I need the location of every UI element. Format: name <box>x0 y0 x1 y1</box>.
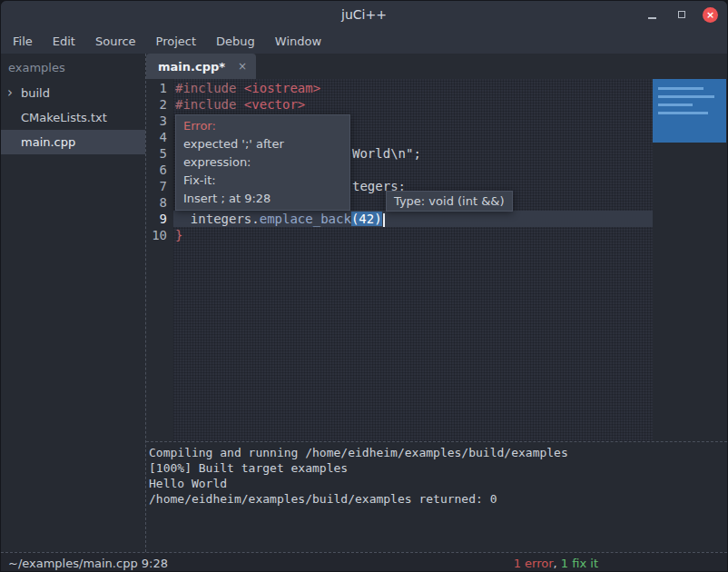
status-bar: ~/examples/main.cpp 9:28 1 error, 1 fix … <box>1 552 727 572</box>
output-line: [100%] Built target examples <box>149 460 727 476</box>
line-number: 2 <box>146 96 173 113</box>
code-line-2[interactable]: #include <vector> <box>173 96 653 113</box>
menu-bar: FileEditSourceProjectDebugWindow <box>1 28 727 54</box>
minimize-icon <box>648 17 656 19</box>
menu-source[interactable]: Source <box>85 31 146 52</box>
diagnostic-error-title: Error: <box>183 117 342 135</box>
main-panel: main.cpp* × 12345678910 #include <iostre… <box>146 54 727 552</box>
code-segment: integers. <box>175 212 260 226</box>
type-tooltip: Type: void (int &&) <box>386 191 513 212</box>
tab-main-cpp[interactable]: main.cpp* × <box>146 54 256 79</box>
app-window: juCi++ × FileEditSourceProjectDebugWindo… <box>0 0 728 572</box>
line-number: 9 <box>146 211 173 227</box>
window-title: juCi++ <box>341 7 387 22</box>
tree-item-label: build <box>21 86 50 100</box>
menu-file[interactable]: File <box>3 31 43 52</box>
content-area: examples ›buildCMakeLists.txtmain.cpp ma… <box>1 54 727 552</box>
status-error-count: 1 error <box>514 557 554 570</box>
code-segment: <vector> <box>244 97 305 112</box>
line-number: 4 <box>146 129 173 145</box>
tab-label: main.cpp* <box>158 60 225 74</box>
line-number: 1 <box>146 80 173 96</box>
output-line: Compiling and running /home/eidheim/exam… <box>149 445 727 460</box>
text-cursor <box>383 213 385 227</box>
minimap-code-line <box>658 95 714 98</box>
editor[interactable]: 12345678910 #include <iostream>#include … <box>146 79 727 441</box>
editor-right-margin <box>653 79 727 441</box>
status-fixit-count: 1 fix it <box>561 557 598 570</box>
output-line: /home/eidheim/examples/build/examples re… <box>149 491 727 507</box>
menu-window[interactable]: Window <box>265 31 331 52</box>
diagnostic-fixit-text: Insert ; at 9:28 <box>183 190 342 208</box>
line-number: 8 <box>146 194 173 211</box>
project-name: examples <box>1 54 145 81</box>
tree-item-label: main.cpp <box>21 135 75 149</box>
menu-debug[interactable]: Debug <box>206 31 265 52</box>
code-segment: } <box>175 228 182 242</box>
code-segment: #include <box>175 81 244 95</box>
tab-close-icon[interactable]: × <box>238 60 247 73</box>
tab-bar: main.cpp* × <box>146 54 727 79</box>
maximize-button[interactable] <box>674 7 689 23</box>
minimap-code-line <box>658 112 708 114</box>
minimap-code-line <box>658 87 703 90</box>
code-segment: emplace_back <box>260 212 351 226</box>
title-bar: juCi++ × <box>1 1 727 28</box>
output-panel[interactable]: Compiling and running /home/eidheim/exam… <box>146 441 727 552</box>
line-number: 6 <box>146 162 173 178</box>
code-line-9[interactable]: integers.emplace_back(42) <box>173 211 653 227</box>
close-button[interactable]: × <box>703 7 718 23</box>
code-segment: <iostream> <box>244 81 320 95</box>
diagnostic-fixit-title: Fix-it: <box>183 172 342 190</box>
minimap-code-line <box>658 104 693 106</box>
status-diagnostics: 1 error, 1 fix it <box>514 557 598 570</box>
window-controls: × <box>644 1 718 28</box>
tree-item-label: CMakeLists.txt <box>21 111 107 124</box>
chevron-right-icon[interactable]: › <box>7 84 13 101</box>
maximize-icon <box>678 11 685 18</box>
tree-item-main-cpp[interactable]: main.cpp <box>1 130 145 154</box>
code-segment: #include <box>175 97 244 112</box>
line-number: 7 <box>146 178 173 194</box>
code-line-1[interactable]: #include <iostream> <box>173 80 653 96</box>
line-number: 10 <box>146 227 173 243</box>
sidebar: examples ›buildCMakeLists.txtmain.cpp <box>1 54 146 552</box>
line-numbers: 12345678910 <box>146 79 173 441</box>
code-segment: World\n"; <box>352 145 421 162</box>
file-tree: ›buildCMakeLists.txtmain.cpp <box>1 81 145 154</box>
line-number: 5 <box>146 145 173 162</box>
output-line: Hello World <box>149 476 727 491</box>
minimap[interactable] <box>653 79 726 143</box>
diagnostic-message: expected ';' after expression: <box>183 135 342 153</box>
diagnostic-tooltip: Error: expected ';' after expression: Fi… <box>175 114 350 211</box>
status-separator: , <box>554 557 561 570</box>
tree-item-cmakelists-txt[interactable]: CMakeLists.txt <box>1 105 145 130</box>
code-segment: (42) <box>351 212 382 226</box>
line-number: 3 <box>146 113 173 129</box>
code-line-10[interactable]: } <box>173 227 653 243</box>
minimize-button[interactable] <box>644 7 660 23</box>
close-icon: × <box>706 10 714 20</box>
tree-item-build[interactable]: ›build <box>1 81 145 105</box>
menu-edit[interactable]: Edit <box>43 31 85 52</box>
status-file-position: ~/examples/main.cpp 9:28 <box>8 557 168 570</box>
menu-project[interactable]: Project <box>146 31 206 52</box>
